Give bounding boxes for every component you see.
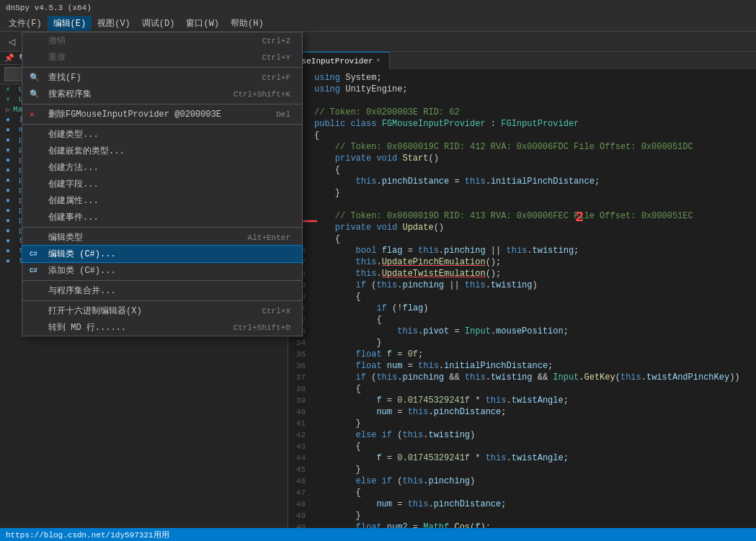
field-icon: ●	[6, 126, 16, 134]
code-area[interactable]: using System; using UnityEngine; // Toke…	[288, 69, 756, 541]
menu-delete[interactable]: ✕ 删除FGMouseInputProvider @0200003E Del	[22, 106, 302, 122]
menu-edit[interactable]: 编辑(E)	[48, 16, 92, 31]
code-line: 46 else if (this.pinching)	[288, 475, 756, 487]
code-line: 36 float num = this.initialPinchDistance…	[288, 360, 756, 372]
code-line	[288, 199, 756, 210]
find-icon: 🔍	[30, 73, 40, 82]
menu-create-method[interactable]: 创建方法...	[22, 159, 302, 176]
menu-bar: 文件(F) 编辑(E) 视图(V) 调试(D) 窗口(W) 帮助(H)	[0, 16, 756, 32]
expand-icon: ▷	[6, 105, 10, 114]
field-icon: ●	[6, 217, 16, 225]
code-line: 49 }	[288, 510, 756, 522]
menu-undo[interactable]: 撤销 Ctrl+Z	[22, 32, 302, 49]
menu-create-event[interactable]: 创建事件...	[22, 209, 302, 225]
line-content: {	[314, 291, 756, 303]
right-panel: useInputProvider × using System; using U…	[288, 52, 756, 541]
code-line: }	[288, 187, 756, 199]
line-content: this.pivot = Input.mousePosition;	[314, 326, 756, 337]
menu-create-field[interactable]: 创建字段...	[22, 176, 302, 192]
menu-edit-class-cs[interactable]: C# 编辑类 (C#)...	[22, 246, 302, 262]
menu-window[interactable]: 窗口(W)	[180, 16, 225, 31]
line-num: 37	[288, 372, 314, 383]
menu-view[interactable]: 视图(V)	[92, 16, 136, 31]
line-num: 47	[288, 487, 314, 498]
line-content: bool flag = this.pinching || this.twisti…	[314, 245, 756, 256]
code-line: 39 f = 0.01745329241f * this.twistAngle;	[288, 395, 756, 406]
menu-add-class-cs[interactable]: C# 添加类 (C#)...	[22, 262, 302, 279]
line-num: 46	[288, 475, 314, 487]
code-line: 32 {	[288, 314, 756, 326]
code-line: {	[288, 130, 756, 141]
code-line: 38 {	[288, 383, 756, 395]
field-icon: ●	[6, 237, 16, 245]
line-content: f = 0.01745329241f * this.twistAngle;	[314, 452, 756, 464]
hex-editor-label: 打开十六进制编辑器(X)	[48, 305, 142, 317]
menu-goto-md[interactable]: 转到 MD 行...... Ctrl+Shift+D	[22, 319, 302, 336]
line-num: 35	[288, 349, 314, 360]
field-icon: ●	[6, 247, 16, 255]
edit-class-cs-label: 编辑类 (C#)...	[48, 248, 116, 260]
line-content: this.pinchDistance = this.initialPinchDi…	[314, 176, 756, 187]
search-asm-icon: 🔍	[30, 89, 40, 99]
line-num: 45	[288, 464, 314, 475]
line-content: float f = 0f;	[314, 349, 756, 360]
menu-redo[interactable]: 重做 Ctrl+Y	[22, 49, 302, 66]
create-field-label: 创建字段...	[48, 178, 99, 190]
field-icon: ●	[6, 197, 16, 205]
tab-close-btn[interactable]: ×	[376, 57, 381, 65]
menu-create-class[interactable]: 创建类型...	[22, 126, 302, 143]
title-bar: dnSpy v4.5.3 (x64)	[0, 0, 756, 16]
merge-label: 与程序集合并...	[48, 285, 116, 297]
code-line: using UnityEngine;	[288, 84, 756, 95]
delete-icon: ✕	[30, 109, 35, 119]
code-line: 41 }	[288, 418, 756, 429]
menu-debug[interactable]: 调试(D)	[136, 16, 181, 31]
code-line: 33 this.pivot = Input.mousePosition;	[288, 326, 756, 337]
field-icon: ●	[6, 156, 16, 164]
menu-hex-editor[interactable]: 打开十六进制编辑器(X) Ctrl+X	[22, 303, 302, 319]
field-icon: ●	[6, 257, 16, 265]
goto-shortcut: Ctrl+Shift+D	[234, 323, 290, 332]
create-nested-label: 创建嵌套的类型...	[48, 145, 125, 157]
code-tab-active[interactable]: useInputProvider ×	[288, 52, 390, 69]
menu-file[interactable]: 文件(F)	[3, 16, 48, 31]
code-line: // Token: 0x0200003E RID: 62	[288, 107, 756, 118]
line-content: float num = this.initialPinchDistance;	[314, 360, 756, 372]
code-line: 40 num = this.pinchDistance;	[288, 406, 756, 418]
menu-find[interactable]: 🔍 查找(F) Ctrl+F	[22, 69, 302, 86]
menu-search-asm[interactable]: 🔍 搜索程序集 Ctrl+Shift+K	[22, 86, 302, 102]
line-content: this.UpdatePinchEmulation();	[314, 256, 756, 268]
menu-help[interactable]: 帮助(H)	[225, 16, 270, 31]
code-line: 29 if (this.pinching || this.twisting)	[288, 280, 756, 291]
line-num: 40	[288, 406, 314, 418]
line-num: 34	[288, 337, 314, 349]
redo-label: 重做	[48, 51, 66, 63]
code-line: {	[288, 233, 756, 245]
menu-create-property[interactable]: 创建属性...	[22, 192, 302, 209]
menu-merge[interactable]: 与程序集合并...	[22, 282, 302, 299]
sep2	[22, 104, 302, 104]
toolbar-back[interactable]: ◁	[6, 35, 18, 48]
code-line: 47 {	[288, 487, 756, 498]
line-content: {	[314, 164, 756, 176]
line-content: if (this.pinching || this.twisting)	[314, 280, 756, 291]
method-icon: ⚡	[6, 95, 16, 104]
line-content: }	[314, 418, 756, 429]
menu-create-nested[interactable]: 创建嵌套的类型...	[22, 143, 302, 159]
goto-md-label: 转到 MD 行......	[48, 321, 126, 334]
code-line: 43 {	[288, 441, 756, 452]
line-num: 44	[288, 452, 314, 464]
status-bar: https://blog.csdn.net/1dy597321用用	[0, 528, 756, 541]
line-num: 49	[288, 510, 314, 522]
code-tabs: useInputProvider ×	[288, 52, 756, 69]
menu-edit-type[interactable]: 编辑类型 Alt+Enter	[22, 229, 302, 246]
code-line: 37 if (this.pinching && this.twisting &&…	[288, 372, 756, 383]
line-content: // Token: 0x0200003E RID: 62	[314, 107, 756, 118]
code-line: private void Update()	[288, 222, 756, 233]
field-icon: ●	[6, 187, 16, 195]
line-content: }	[314, 510, 756, 522]
field-icon: ●	[6, 116, 16, 124]
line-num: 39	[288, 395, 314, 406]
code-tab-label: useInputProvider	[297, 57, 373, 66]
pin-icon: 📌	[4, 53, 14, 63]
